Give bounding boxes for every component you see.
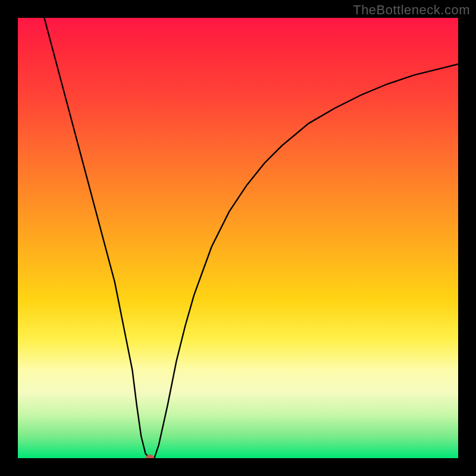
- watermark-text: TheBottleneck.com: [353, 2, 470, 18]
- chart-frame: TheBottleneck.com: [0, 0, 476, 476]
- optimum-marker: [146, 455, 154, 458]
- curve-path: [44, 18, 458, 458]
- bottleneck-curve: [18, 18, 458, 458]
- plot-area: [18, 18, 458, 458]
